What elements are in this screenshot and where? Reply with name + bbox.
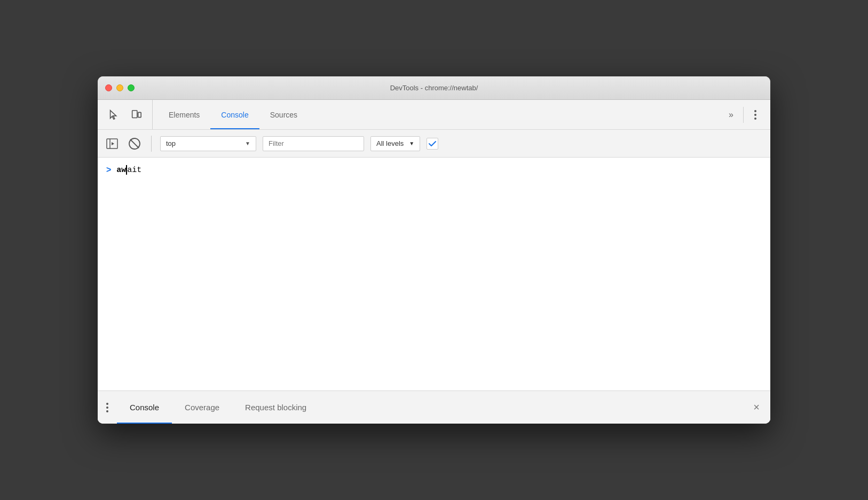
more-tabs-button[interactable]: » [724, 110, 738, 120]
menu-dot-1 [754, 110, 756, 112]
tab-sources[interactable]: Sources [259, 100, 308, 129]
cursor-icon [108, 109, 120, 121]
settings-checkbox[interactable] [427, 138, 438, 150]
context-dropdown-arrow: ▼ [245, 140, 250, 146]
console-prompt[interactable]: > [106, 165, 111, 175]
log-levels-button[interactable]: All levels ▼ [370, 136, 420, 151]
device-toolbar-button[interactable] [129, 107, 144, 122]
console-toolbar: top ▼ All levels ▼ [98, 130, 770, 158]
minimize-button[interactable] [116, 84, 123, 91]
filter-input[interactable] [263, 136, 364, 151]
no-entry-icon [128, 137, 141, 150]
devtools-window: DevTools - chrome://newtab/ [98, 76, 770, 424]
toolbar-right: » [716, 100, 770, 129]
sidebar-icon [106, 138, 118, 150]
input-bold-text: aw [116, 166, 126, 175]
drawer-close-button[interactable]: × [743, 401, 770, 413]
maximize-button[interactable] [128, 84, 135, 91]
log-levels-label: All levels [376, 139, 404, 147]
log-levels-arrow: ▼ [409, 140, 414, 146]
drawer-tab-request-blocking[interactable]: Request blocking [232, 391, 319, 424]
menu-dot-2 [754, 114, 756, 116]
title-bar: DevTools - chrome://newtab/ [98, 76, 770, 100]
svg-marker-4 [112, 142, 114, 145]
toolbar-divider [743, 107, 744, 123]
drawer-dot-2 [106, 407, 108, 409]
traffic-lights [105, 84, 135, 91]
window-title: DevTools - chrome://newtab/ [390, 84, 478, 92]
console-input[interactable]: await [116, 165, 141, 175]
drawer-menu-button[interactable] [98, 403, 117, 412]
bottom-drawer: Console Coverage Request blocking × [98, 390, 770, 424]
console-toolbar-divider [151, 136, 152, 152]
svg-rect-0 [132, 110, 137, 118]
device-icon [130, 109, 142, 121]
inspect-element-button[interactable] [106, 107, 121, 122]
top-toolbar: Elements Console Sources » [98, 100, 770, 130]
drawer-tab-list: Console Coverage Request blocking [117, 391, 319, 424]
context-selector[interactable]: top ▼ [160, 136, 256, 151]
tab-list: Elements Console Sources [153, 100, 308, 129]
console-input-row: > await [98, 162, 770, 178]
svg-line-6 [130, 139, 139, 148]
input-mono-text: ait [127, 166, 141, 175]
drawer-dot-3 [106, 410, 108, 412]
menu-button[interactable] [749, 108, 762, 121]
checkmark-icon [428, 139, 437, 148]
devtools-body: Elements Console Sources » [98, 100, 770, 424]
context-value: top [166, 139, 176, 147]
drawer-tab-console[interactable]: Console [117, 391, 172, 424]
drawer-tab-coverage[interactable]: Coverage [172, 391, 232, 424]
close-button[interactable] [105, 84, 112, 91]
menu-dot-3 [754, 118, 756, 120]
toolbar-icons [98, 100, 153, 129]
drawer-dot-1 [106, 403, 108, 405]
svg-rect-1 [138, 112, 141, 117]
clear-console-button[interactable] [127, 136, 143, 152]
tab-elements[interactable]: Elements [158, 100, 210, 129]
console-content[interactable]: > await [98, 158, 770, 390]
tab-console[interactable]: Console [210, 100, 259, 129]
sidebar-toggle-button[interactable] [104, 136, 120, 152]
